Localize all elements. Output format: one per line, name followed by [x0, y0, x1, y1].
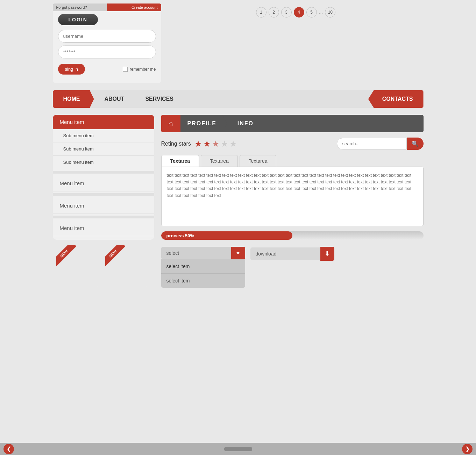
star-1[interactable]: ★: [194, 139, 202, 149]
badge-label-1: NEW: [56, 245, 76, 266]
page-btn-5[interactable]: 5: [306, 7, 317, 18]
sidebar-item-sub-1[interactable]: Sub menu item: [53, 129, 154, 142]
login-button[interactable]: LOGIN: [58, 14, 98, 25]
page-dots: ...: [319, 9, 323, 15]
textarea-content[interactable]: text text text text text text text text …: [161, 167, 424, 226]
dropdown-item-1[interactable]: select item: [161, 259, 245, 274]
download-container: download ⬇: [250, 247, 334, 261]
remember-me-text: remember me: [130, 67, 156, 72]
password-input[interactable]: [58, 46, 156, 58]
search-row: 🔍: [337, 138, 424, 150]
nav-about[interactable]: ABOUT: [94, 90, 135, 108]
badge-box-1: NEW: [56, 245, 98, 287]
dropdown-trigger[interactable]: select: [161, 247, 231, 259]
forgot-password-link[interactable]: Forgot password?: [53, 4, 107, 11]
sidebar-item-sub-3[interactable]: Sub menu item: [53, 156, 154, 169]
profile-label[interactable]: PROFILE: [180, 115, 227, 132]
username-input[interactable]: [58, 30, 156, 43]
bottom-controls: select ♥ select item select item downloa…: [161, 247, 424, 288]
download-label: download: [250, 247, 320, 260]
page-btn-2[interactable]: 2: [269, 7, 279, 18]
page-btn-1[interactable]: 1: [256, 7, 267, 18]
nav-bar: HOME ABOUT SERVICES CONTACTS: [53, 90, 424, 108]
badge-box-2: NEW: [105, 245, 147, 287]
sidebar-menu: Menu item Sub menu item Sub menu item Su…: [53, 115, 154, 240]
progress-bar: process 50%: [161, 231, 424, 240]
info-label[interactable]: INFO: [227, 120, 254, 127]
dropdown-heart-button[interactable]: ♥: [231, 247, 245, 259]
scroll-handle[interactable]: [224, 447, 252, 451]
stars-container: ★ ★ ★ ★ ★: [194, 139, 237, 149]
sidebar-item-menu-main[interactable]: Menu item: [53, 115, 154, 129]
create-account-link[interactable]: Create account: [107, 4, 161, 11]
pagination: 1 2 3 4 5 ... 10: [168, 7, 424, 18]
sidebar-item-sub-2[interactable]: Sub menu item: [53, 142, 154, 156]
progress-bar-container: process 50%: [161, 231, 424, 240]
star-4[interactable]: ★: [221, 139, 228, 149]
dropdown-container: select ♥ select item select item: [161, 247, 245, 288]
rating-label: Reting stars: [161, 141, 191, 147]
bottom-next-button[interactable]: ❯: [462, 444, 473, 454]
login-box: Forgot password? Create account LOGIN si…: [53, 4, 161, 83]
page-btn-4[interactable]: 4: [294, 7, 304, 18]
page-btn-3[interactable]: 3: [281, 7, 292, 18]
profile-bar: ⌂ PROFILE INFO: [161, 115, 424, 132]
progress-bar-fill: process 50%: [161, 231, 292, 240]
progress-label: process 50%: [166, 233, 194, 238]
sidebar-item-menu-3[interactable]: Menu item: [53, 198, 154, 214]
badge-label-2: NEW: [105, 245, 125, 266]
sidebar-item-menu-4[interactable]: Menu item: [53, 220, 154, 236]
search-button[interactable]: 🔍: [407, 138, 424, 150]
nav-services[interactable]: SERVICES: [135, 90, 184, 108]
page-btn-10[interactable]: 10: [325, 7, 335, 18]
tab-3[interactable]: Textarea: [240, 155, 277, 167]
dropdown-item-2[interactable]: select item: [161, 274, 245, 288]
remember-me-checkbox[interactable]: [123, 67, 128, 72]
sign-in-button[interactable]: sing in: [58, 64, 85, 75]
dropdown-menu: select item select item: [161, 259, 245, 288]
star-2[interactable]: ★: [203, 139, 211, 149]
download-button[interactable]: ⬇: [320, 247, 334, 261]
bottom-bar: ❮ ❯: [0, 443, 476, 455]
nav-home[interactable]: HOME: [53, 90, 94, 108]
star-3[interactable]: ★: [212, 139, 220, 149]
star-5[interactable]: ★: [229, 139, 237, 149]
search-input[interactable]: [337, 138, 407, 149]
remember-me-label[interactable]: remember me: [123, 67, 156, 72]
home-icon: ⌂: [161, 115, 180, 132]
tab-1[interactable]: Textarea: [161, 155, 199, 167]
sidebar-item-menu-2[interactable]: Menu item: [53, 175, 154, 191]
nav-contacts[interactable]: CONTACTS: [368, 90, 424, 108]
tabs-row: Textarea Textarea Textarea: [161, 155, 424, 167]
bottom-prev-button[interactable]: ❮: [3, 444, 14, 454]
tab-2[interactable]: Textarea: [201, 155, 238, 167]
